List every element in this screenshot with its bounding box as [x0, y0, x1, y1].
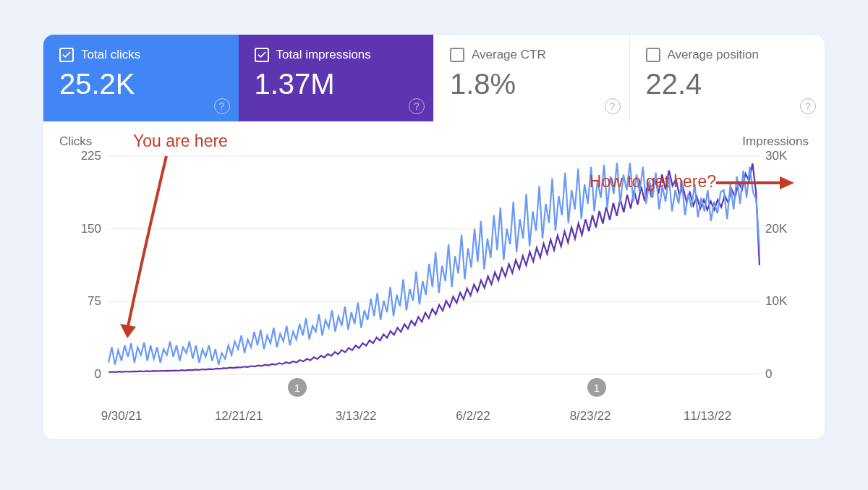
checkbox-icon[interactable]	[450, 48, 464, 62]
metric-value: 25.2K	[59, 68, 223, 100]
checkbox-icon[interactable]	[59, 48, 74, 62]
metric-value: 1.8%	[450, 68, 613, 100]
metric-value: 22.4	[646, 68, 809, 100]
y-tick-right: 30K	[765, 149, 801, 163]
y-tick-right: 10K	[765, 294, 801, 309]
y-tick-left: 150	[72, 222, 101, 236]
y-tick-left: 0	[72, 367, 101, 382]
dashboard-card: Total clicks 25.2K ? Total impressions 1…	[43, 35, 825, 439]
x-axis: 9/30/21 12/21/21 3/13/22 6/2/22 8/23/22 …	[109, 409, 760, 426]
metric-total-clicks[interactable]: Total clicks 25.2K ?	[43, 35, 239, 121]
arrow-icon	[116, 153, 181, 341]
svg-marker-5	[780, 176, 794, 189]
y-axis-left-label: Clicks	[59, 134, 92, 149]
x-tick: 8/23/22	[570, 409, 611, 424]
series-clicks	[109, 163, 760, 364]
metric-average-ctr[interactable]: Average CTR 1.8% ?	[433, 35, 629, 121]
metric-label: Total impressions	[276, 48, 371, 62]
annotation-you-are-here: You are here	[133, 132, 228, 151]
x-tick: 11/13/22	[684, 409, 731, 424]
y-tick-right: 0	[765, 367, 801, 382]
x-tick: 6/2/22	[456, 409, 490, 424]
metrics-row: Total clicks 25.2K ? Total impressions 1…	[43, 35, 825, 121]
help-icon[interactable]: ?	[605, 98, 621, 114]
y-tick-left: 75	[72, 294, 101, 309]
metric-label: Total clicks	[81, 48, 140, 62]
x-tick: 3/13/22	[336, 409, 377, 424]
checkbox-icon[interactable]	[255, 48, 269, 62]
y-tick-left: 225	[72, 149, 101, 163]
timeline-marker[interactable]: 1	[288, 378, 307, 397]
y-axis-right-label: Impressions	[742, 134, 809, 149]
svg-marker-4	[120, 324, 136, 338]
chart: Clicks Impressions 225 150 75 0 30K 20K …	[43, 121, 825, 439]
annotation-how-to-get-here: How to get here?	[590, 172, 716, 192]
help-icon[interactable]: ?	[409, 98, 425, 114]
y-tick-right: 20K	[765, 222, 801, 236]
x-tick: 9/30/21	[101, 409, 142, 424]
help-icon[interactable]: ?	[800, 98, 816, 114]
arrow-icon	[716, 173, 796, 192]
checkbox-icon[interactable]	[646, 48, 660, 62]
metric-value: 1.37M	[255, 68, 418, 100]
x-tick: 12/21/21	[215, 409, 263, 424]
metric-label: Average position	[668, 48, 759, 62]
metric-label: Average CTR	[472, 48, 546, 62]
help-icon[interactable]: ?	[214, 98, 230, 114]
metric-total-impressions[interactable]: Total impressions 1.37M ?	[239, 35, 434, 121]
timeline-marker[interactable]: 1	[587, 378, 606, 397]
metric-average-position[interactable]: Average position 22.4 ?	[629, 35, 825, 121]
